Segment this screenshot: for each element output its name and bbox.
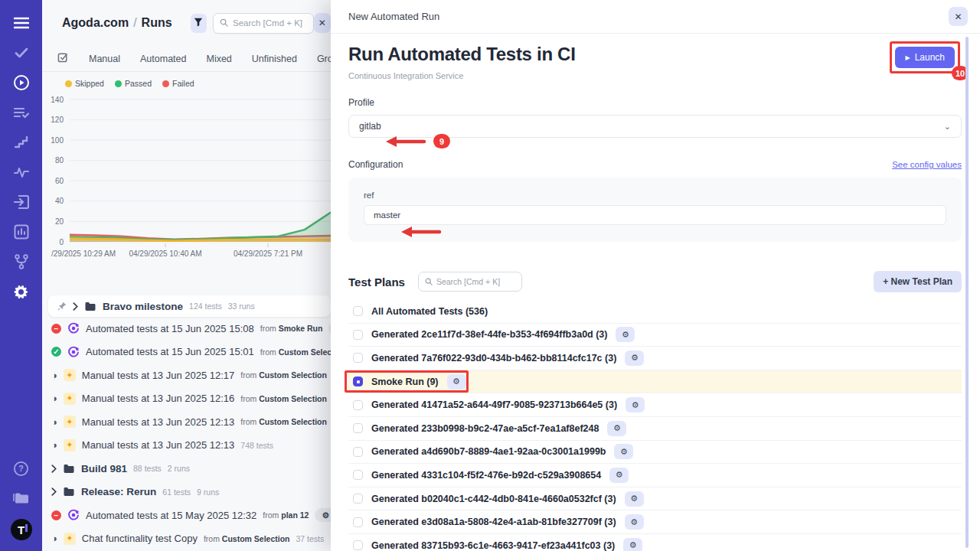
profile-select[interactable]: gitlab ⌄ [348, 115, 962, 138]
run-row[interactable]: ◑✦Manual tests at 13 Jun 2025 12:17from … [42, 364, 331, 387]
plan-settings-button[interactable]: ⚙ [625, 491, 644, 507]
plan-checkbox[interactable] [353, 517, 363, 527]
branch-icon[interactable] [12, 253, 31, 271]
new-test-plan-button[interactable]: + New Test Plan [874, 271, 962, 292]
gear-icon: ⚙ [452, 377, 460, 386]
svg-text:0: 0 [59, 238, 64, 246]
manual-run-icon: ✦ [64, 393, 76, 405]
menu-icon[interactable] [12, 14, 31, 32]
plan-checkbox[interactable] [353, 306, 363, 316]
plan-settings-button[interactable]: ⚙ [609, 468, 629, 483]
panel-close-button[interactable]: ✕ [314, 13, 331, 33]
tab-manual[interactable]: Manual [89, 54, 120, 64]
test-plans-search[interactable] [418, 272, 522, 292]
test-plan-row[interactable]: Generated e3d08a1a-5808-42e4-a1ab-81bfe3… [348, 510, 962, 534]
logo-t[interactable]: T [11, 519, 32, 540]
drawer-scrollbar[interactable] [965, 37, 969, 548]
expand-chevron-icon[interactable] [73, 302, 78, 311]
help-icon[interactable]: ? [12, 459, 31, 478]
plan-settings-button[interactable]: ⚙ [625, 350, 644, 366]
run-row[interactable]: ◑✦Manual tests at 13 Jun 2025 12:13748 t… [42, 434, 331, 458]
select-all-runs-icon[interactable] [57, 51, 69, 66]
see-config-values-link[interactable]: See config values [892, 160, 962, 169]
gear-icon: ⚙ [629, 540, 637, 550]
run-row[interactable]: −Automated tests at 15 May 2025 12:32fro… [42, 504, 331, 527]
run-group-row[interactable]: Build 98188 tests2 runs [42, 457, 331, 481]
test-plan-row[interactable]: Generated 41471a52-a644-49f7-9085-923713… [348, 393, 962, 417]
folder-icon [63, 464, 75, 474]
plan-settings-button[interactable]: ⚙ [625, 514, 644, 530]
gear-icon[interactable] [12, 282, 31, 301]
run-group-row[interactable]: Bravo milestone124 tests33 runs [48, 295, 331, 317]
run-group-row[interactable]: Release: Rerun61 tests9 runs [42, 481, 331, 504]
plan-settings-button[interactable]: ⚙ [623, 538, 642, 551]
run-row[interactable]: −Automated tests at 15 Jun 2025 15:08fro… [42, 317, 331, 341]
plan-settings-button[interactable]: ⚙ [626, 397, 645, 412]
test-plan-row[interactable]: Generated 2ce11f7d-38ef-44fe-b353-4f694f… [348, 324, 962, 347]
plan-checkbox[interactable] [353, 494, 363, 504]
filter-button[interactable] [191, 14, 207, 33]
folder-copy-icon[interactable] [12, 489, 31, 507]
legend-dot [162, 80, 169, 87]
bar-chart-icon[interactable] [12, 223, 31, 241]
run-row[interactable]: ◑✦Manual tests at 13 Jun 2025 12:13from … [42, 410, 331, 434]
env-chip[interactable]: ⚙test [315, 508, 331, 522]
test-plan-row[interactable]: All Automated Tests (536) [348, 300, 962, 324]
tab-automated[interactable]: Automated [140, 54, 186, 64]
run-row[interactable]: ◑✦Chat functinality test Copyfrom Custom… [42, 527, 331, 551]
test-plan-row[interactable]: Smoke Run (9)⚙ [348, 370, 962, 394]
plan-label: Generated 4331c104-f5f2-476e-b92d-c529a3… [371, 470, 601, 481]
plan-checkbox[interactable] [353, 400, 363, 410]
plan-label: Generated 7a76f022-93d0-434b-b462-bb8114… [371, 353, 616, 364]
plan-checkbox[interactable] [353, 447, 363, 457]
svg-text:/29/2025 10:29 AM: /29/2025 10:29 AM [51, 249, 116, 258]
breadcrumb-project[interactable]: Agoda.com [62, 16, 129, 29]
plan-checkbox[interactable] [353, 423, 363, 433]
run-title: Automated tests at 15 Jun 2025 15:08 [86, 323, 254, 334]
plan-settings-button[interactable]: ⚙ [616, 327, 635, 342]
plan-settings-button[interactable]: ⚙ [607, 421, 626, 436]
test-plans-search-input[interactable] [436, 277, 515, 286]
check-icon[interactable] [12, 44, 31, 62]
drawer-close-button[interactable]: ✕ [949, 7, 968, 26]
run-row[interactable]: ◑✦Manual tests at 13 Jun 2025 12:16from … [42, 387, 331, 411]
plan-checkbox[interactable] [353, 330, 363, 340]
test-plan-row[interactable]: Generated a4d690b7-8889-4ae1-92aa-0c3001… [348, 441, 962, 465]
pulse-icon[interactable] [12, 163, 31, 181]
run-title: Manual tests at 13 Jun 2025 12:13 [82, 439, 234, 451]
runs-search-input[interactable] [233, 18, 307, 28]
new-automated-run-drawer: New Automated Run ✕ Run Automated Tests … [331, 0, 980, 551]
run-row[interactable]: ✓Automated tests at 15 Jun 2025 15:01fro… [42, 341, 331, 364]
plan-checkbox[interactable] [353, 470, 363, 480]
svg-text:140: 140 [51, 96, 64, 104]
tab-mixed[interactable]: Mixed [206, 54, 231, 64]
group-title: Bravo milestone [103, 301, 183, 312]
tab-unfinished[interactable]: Unfinished [252, 54, 297, 64]
runs-search[interactable] [213, 13, 314, 34]
tab-groups[interactable]: Groups [317, 54, 331, 64]
test-plan-row[interactable]: Generated 83715b93-6c1e-4663-9417-ef23a4… [348, 534, 962, 551]
plan-checkbox[interactable] [353, 353, 363, 363]
plan-checkbox[interactable] [353, 540, 363, 550]
test-plan-row[interactable]: Generated 233b0998-b9c2-47ae-a5cf-7ea1af… [348, 417, 962, 441]
svg-text:80: 80 [55, 156, 64, 165]
steps-icon[interactable] [12, 133, 31, 152]
failed-status-icon: − [51, 510, 61, 520]
plan-settings-button[interactable]: ⚙ [614, 444, 633, 459]
test-plan-row[interactable]: Generated 7a76f022-93d0-434b-b462-bb8114… [348, 347, 962, 370]
in-progress-status-icon: ◑ [51, 440, 57, 450]
plan-checkbox[interactable] [353, 377, 363, 386]
expand-chevron-icon[interactable] [51, 465, 57, 473]
launch-button[interactable]: ▶ Launch [895, 47, 955, 68]
plan-settings-button[interactable]: ⚙ [447, 374, 466, 390]
list-check-icon[interactable] [12, 103, 31, 122]
group-title: Build 981 [81, 463, 127, 474]
test-plan-row[interactable]: Generated 4331c104-f5f2-476e-b92d-c529a3… [348, 464, 962, 487]
expand-chevron-icon[interactable] [51, 487, 57, 496]
manual-run-icon: ✦ [64, 416, 76, 428]
test-plan-row[interactable]: Generated b02040c1-c442-4db0-841e-4660a0… [348, 487, 962, 511]
import-icon[interactable] [12, 193, 31, 211]
ref-input[interactable]: master [364, 205, 946, 225]
legend-dot [115, 80, 122, 87]
play-circle-icon[interactable] [12, 73, 31, 92]
